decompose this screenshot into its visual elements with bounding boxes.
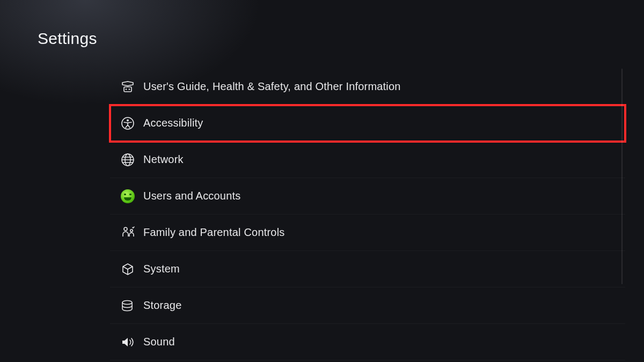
avatar-icon [121, 189, 143, 204]
svg-rect-0 [124, 87, 131, 92]
svg-point-1 [126, 88, 127, 90]
svg-point-9 [122, 300, 132, 304]
settings-item-family[interactable]: Family and Parental Controls [110, 215, 625, 251]
settings-item-accessibility[interactable]: Accessibility [110, 105, 625, 142]
svg-point-7 [124, 227, 127, 231]
settings-item-label: System [143, 263, 180, 275]
system-icon [121, 262, 143, 277]
sound-icon [121, 335, 143, 350]
settings-item-guide[interactable]: User's Guide, Health & Safety, and Other… [110, 69, 625, 105]
svg-point-2 [129, 88, 130, 90]
settings-item-label: Accessibility [143, 117, 203, 129]
network-icon [121, 152, 143, 167]
family-icon [121, 225, 143, 240]
settings-item-users[interactable]: Users and Accounts [110, 178, 625, 215]
settings-item-label: Storage [143, 299, 181, 312]
scrollbar[interactable] [621, 69, 623, 284]
settings-list: User's Guide, Health & Safety, and Other… [110, 69, 625, 360]
svg-point-8 [130, 229, 133, 231]
guide-icon [121, 79, 143, 94]
settings-item-storage[interactable]: Storage [110, 287, 625, 324]
accessibility-icon [121, 116, 143, 131]
settings-item-label: Network [143, 153, 184, 166]
settings-item-label: Users and Accounts [143, 190, 240, 202]
settings-item-sound[interactable]: Sound [110, 324, 625, 360]
settings-item-label: Family and Parental Controls [143, 226, 285, 239]
settings-item-system[interactable]: System [110, 251, 625, 287]
settings-item-label: Sound [143, 336, 175, 348]
settings-item-network[interactable]: Network [110, 142, 625, 178]
svg-point-4 [127, 119, 129, 121]
page-title: Settings [38, 29, 97, 48]
storage-icon [121, 298, 143, 313]
settings-item-label: User's Guide, Health & Safety, and Other… [143, 80, 401, 93]
